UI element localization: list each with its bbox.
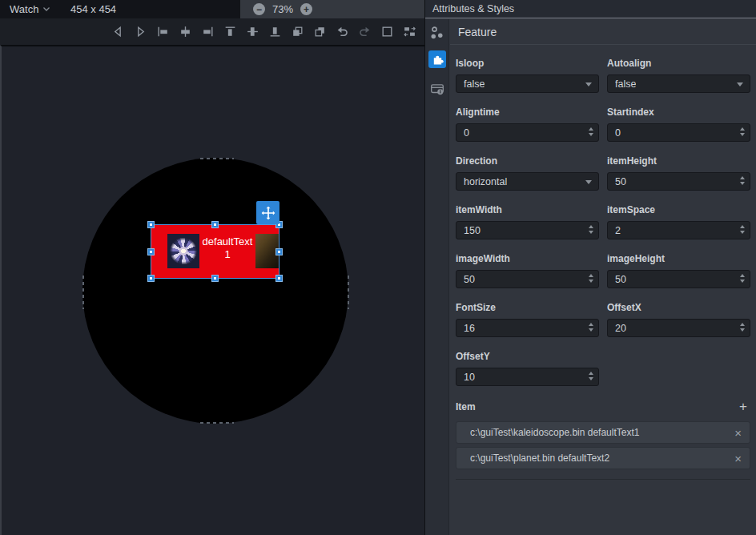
decrement-button[interactable] (740, 280, 745, 283)
field-label: Isloop (456, 58, 599, 69)
item-row[interactable]: c:\guiTest\kaleidoscope.bin defaultText1… (456, 421, 750, 444)
offsety-input[interactable]: 10 (456, 368, 599, 386)
field-label: itemWidth (456, 204, 599, 215)
resize-handle-top-center[interactable] (211, 221, 219, 228)
field-autoalign: Autoalign false (607, 58, 750, 93)
selected-list-widget[interactable]: defaultText 1 (151, 224, 279, 279)
field-fontsize: FontSize 16 (456, 302, 599, 337)
decrement-button[interactable] (740, 328, 745, 332)
kaleidoscope-image (167, 234, 199, 268)
increment-button[interactable] (589, 127, 593, 131)
attributes-panel: Attributes & Styles Feature Isloop false (424, 0, 756, 535)
zoom-in-button[interactable]: + (300, 3, 312, 15)
bring-forward-button[interactable] (290, 25, 304, 39)
guide-dash-top (200, 158, 234, 159)
resize-handle-bottom-center[interactable] (211, 275, 219, 282)
list-widget-content: defaultText 1 (151, 225, 279, 278)
zoom-out-button[interactable]: − (253, 3, 265, 15)
autoalign-select[interactable]: false (607, 74, 750, 93)
previous-button[interactable] (111, 25, 125, 39)
increment-button[interactable] (589, 323, 593, 326)
align-left-button[interactable] (155, 25, 170, 39)
remove-item-button[interactable]: × (734, 427, 742, 439)
aligntime-input[interactable]: 0 (456, 123, 599, 142)
next-button[interactable] (133, 25, 147, 39)
replace-button[interactable] (402, 25, 416, 39)
align-vertical-center-button[interactable] (245, 25, 259, 39)
startindex-input[interactable]: 0 (607, 123, 750, 142)
zoom-toolbar: − 73% + (240, 0, 424, 18)
chevron-down-icon (737, 82, 743, 86)
imageheight-input[interactable]: 50 (607, 270, 750, 288)
field-label: itemHeight (607, 155, 750, 167)
field-offsetx: OffsetX 20 (607, 302, 750, 337)
list-item-text-line1: defaultText (199, 235, 256, 248)
resize-handle-bottom-left[interactable] (147, 275, 155, 282)
undo-button[interactable] (335, 25, 349, 39)
redo-button[interactable] (357, 25, 372, 39)
add-item-button[interactable]: + (739, 400, 750, 413)
field-label: Aligntime (456, 107, 599, 118)
decrement-button[interactable] (589, 280, 593, 283)
info-card-tab[interactable] (430, 82, 444, 96)
increment-button[interactable] (740, 274, 745, 277)
resize-handle-top-left[interactable] (147, 221, 155, 228)
offsetx-input[interactable]: 20 (607, 319, 750, 337)
increment-button[interactable] (589, 274, 593, 277)
field-label: imageHeight (607, 253, 750, 264)
feature-plugin-tab[interactable] (428, 50, 446, 68)
increment-button[interactable] (740, 176, 745, 179)
remove-item-button[interactable]: × (734, 453, 742, 465)
align-top-button[interactable] (223, 25, 237, 39)
resize-handle-bottom-right[interactable] (275, 275, 283, 282)
decrement-button[interactable] (589, 377, 593, 380)
watch-menu-dropdown[interactable]: Watch (10, 0, 50, 18)
increment-button[interactable] (740, 127, 745, 131)
align-bottom-button[interactable] (267, 25, 282, 39)
decrement-button[interactable] (740, 182, 745, 185)
decrement-button[interactable] (589, 231, 593, 234)
field-label: FontSize (456, 302, 599, 313)
guide-dash-right (348, 276, 349, 309)
field-itemheight: itemHeight 50 (607, 155, 750, 191)
align-right-button[interactable] (200, 25, 215, 39)
increment-button[interactable] (740, 323, 745, 326)
list-item-text: defaultText 1 (199, 235, 256, 261)
isloop-select[interactable]: false (456, 74, 599, 93)
puzzle-icon (432, 54, 444, 66)
align-horizontal-center-button[interactable] (178, 25, 192, 39)
selection-box-button[interactable] (380, 25, 394, 39)
watchface-artboard (82, 158, 348, 424)
increment-button[interactable] (589, 225, 593, 228)
imagewidth-input[interactable]: 50 (456, 270, 599, 288)
field-startindex: Startindex 0 (607, 107, 750, 142)
field-label: itemSpace (607, 204, 750, 215)
move-arrows-icon (260, 205, 276, 221)
fontsize-input[interactable]: 16 (456, 319, 599, 337)
increment-button[interactable] (589, 372, 593, 375)
chevron-down-icon (42, 6, 50, 12)
decrement-button[interactable] (740, 133, 745, 136)
info-card-icon (430, 82, 444, 96)
decrement-button[interactable] (740, 231, 745, 234)
move-handle-button[interactable] (256, 201, 279, 224)
item-row[interactable]: c:\guiTest\planet.bin defaultText2 × (456, 447, 750, 469)
decrement-button[interactable] (589, 133, 593, 136)
editor-toolbar (0, 18, 424, 45)
watch-menu-label: Watch (10, 3, 38, 15)
property-grid: Isloop false Autoalign false Aligntime (456, 58, 750, 386)
resize-handle-middle-left[interactable] (147, 248, 155, 255)
increment-button[interactable] (740, 225, 745, 228)
item-row-text: c:\guiTest\kaleidoscope.bin defaultText1 (470, 427, 734, 438)
design-canvas[interactable]: defaultText 1 (0, 45, 424, 535)
direction-select[interactable]: horizontal (456, 172, 599, 191)
itemspace-input[interactable]: 2 (607, 221, 750, 239)
item-section-label: Item (456, 401, 476, 412)
itemheight-input[interactable]: 50 (607, 172, 750, 191)
send-backward-button[interactable] (312, 25, 327, 39)
itemwidth-input[interactable]: 150 (456, 221, 599, 239)
field-aligntime: Aligntime 0 (456, 107, 599, 142)
resize-handle-middle-right[interactable] (275, 248, 283, 255)
panel-title: Attributes & Styles (425, 0, 756, 18)
decrement-button[interactable] (589, 328, 593, 332)
